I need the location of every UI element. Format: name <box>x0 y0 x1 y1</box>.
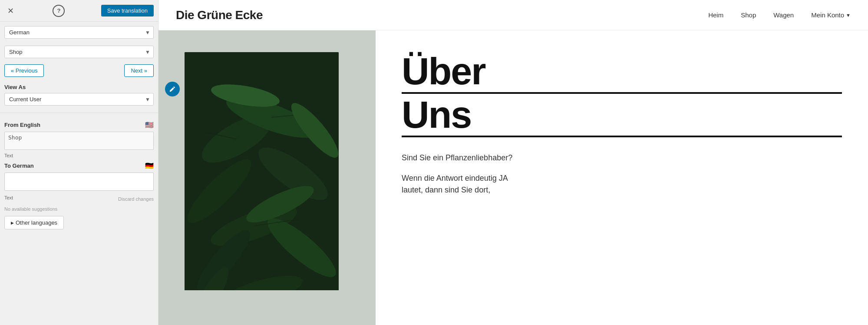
nav-mein-konto-label: Mein Konto <box>811 11 844 19</box>
context-select[interactable]: Shop Home About <box>4 46 154 58</box>
discard-changes-link[interactable]: Discard changes <box>118 196 154 202</box>
source-textarea: Shop <box>4 132 154 150</box>
to-flag: 🇩🇪 <box>145 162 154 170</box>
from-label-text: From English <box>4 122 40 128</box>
language-select[interactable]: German French Spanish <box>4 26 154 39</box>
uber-uns-heading: Über Uns <box>402 52 842 139</box>
wenn-text: Wenn die Antwort eindeutig JA lautet, da… <box>402 172 523 196</box>
account-chevron-icon: ▼ <box>846 13 851 18</box>
pflanzen-text: Sind Sie ein Pflanzenliebhaber? <box>402 152 523 164</box>
nav-shop[interactable]: Shop <box>741 11 756 19</box>
pencil-icon <box>169 86 176 93</box>
nav-buttons: « Previous Next » <box>0 61 158 80</box>
divider <box>0 113 158 113</box>
discard-row: Text Discard changes <box>4 194 154 204</box>
view-as-select[interactable]: Current User Visitor Admin <box>4 93 154 106</box>
text-column: Über Uns Sind Sie ein Pflanzenliebhaber?… <box>376 30 868 325</box>
view-as-select-wrapper: Current User Visitor Admin ▼ <box>4 93 154 106</box>
context-select-wrapper: Shop Home About ▼ <box>4 46 154 58</box>
to-label-row: To German 🇩🇪 <box>4 162 154 170</box>
context-section: Shop Home About ▼ <box>0 41 158 61</box>
help-button[interactable]: ? <box>53 5 65 17</box>
site-body: Über Uns Sind Sie ein Pflanzenliebhaber?… <box>158 30 868 325</box>
view-as-section: View As Current User Visitor Admin ▼ <box>0 80 158 109</box>
view-as-label: View As <box>4 84 154 90</box>
plant-image <box>185 52 339 322</box>
edit-icon-overlay[interactable] <box>165 82 180 96</box>
save-translation-button[interactable]: Save translation <box>101 5 154 17</box>
close-button[interactable]: ✕ <box>4 5 17 17</box>
other-languages-label: Other languages <box>16 219 57 226</box>
target-textarea-wrapper <box>4 172 154 192</box>
heading-line2: Uns <box>402 96 842 137</box>
site-title: Die Grüne Ecke <box>176 8 263 22</box>
plant-svg <box>185 52 339 322</box>
target-textarea[interactable] <box>4 172 154 191</box>
heading-line1: Über <box>402 52 842 94</box>
language-select-wrapper: German French Spanish ▼ <box>4 26 154 39</box>
image-footer <box>158 290 376 325</box>
site-header: Die Grüne Ecke Heim Shop Wagen Mein Kont… <box>158 0 868 30</box>
from-label-row: From English 🇺🇸 <box>4 121 154 129</box>
no-suggestions-text: No available suggestions <box>4 206 154 212</box>
triangle-icon: ▶ <box>11 221 14 225</box>
from-flag: 🇺🇸 <box>145 121 154 129</box>
next-button[interactable]: Next » <box>124 64 154 77</box>
nav-heim[interactable]: Heim <box>708 11 723 19</box>
source-field-type: Text <box>4 153 154 158</box>
previous-button[interactable]: « Previous <box>4 64 44 77</box>
translation-panel: ✕ ? Save translation German French Spani… <box>0 0 158 325</box>
target-field-type: Text <box>4 195 13 200</box>
site-nav: Heim Shop Wagen Mein Konto ▼ <box>708 11 851 19</box>
nav-wagen[interactable]: Wagen <box>773 11 794 19</box>
image-column <box>158 30 376 325</box>
translation-section: From English 🇺🇸 Shop Text To German 🇩🇪 T… <box>0 116 158 325</box>
main-content: Die Grüne Ecke Heim Shop Wagen Mein Kont… <box>158 0 868 325</box>
language-section: German French Spanish ▼ <box>0 22 158 41</box>
other-languages-button[interactable]: ▶ Other languages <box>4 216 64 229</box>
top-toolbar: ✕ ? Save translation <box>0 0 158 22</box>
to-label-text: To German <box>4 162 34 169</box>
source-textarea-wrapper: Shop <box>4 132 154 152</box>
nav-mein-konto[interactable]: Mein Konto ▼ <box>811 11 851 19</box>
